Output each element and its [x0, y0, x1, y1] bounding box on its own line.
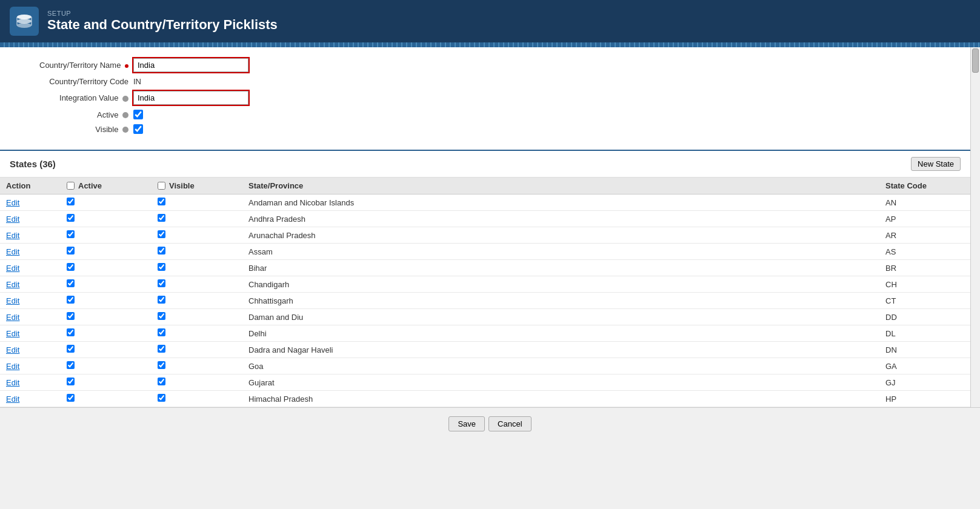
save-button[interactable]: Save — [448, 416, 485, 431]
svg-point-1 — [17, 19, 32, 24]
row-visible-checkbox[interactable] — [158, 378, 165, 385]
cell-visible — [152, 358, 242, 374]
states-tbody: Edit Andaman and Nicobar Islands AN Edit… — [0, 195, 970, 407]
row-visible-checkbox[interactable] — [158, 247, 165, 254]
cell-visible — [152, 244, 242, 260]
active-info-indicator — [122, 112, 128, 118]
cell-action: Edit — [0, 276, 61, 293]
app-title-block: SETUP State and Country/Territory Pickli… — [47, 10, 278, 33]
cell-active — [61, 227, 152, 244]
row-active-checkbox[interactable] — [67, 312, 75, 320]
states-title: States (36) — [10, 159, 56, 169]
cell-state-code: GJ — [879, 374, 970, 391]
row-visible-checkbox[interactable] — [158, 296, 165, 304]
required-indicator — [125, 64, 128, 68]
scrollbar-thumb[interactable] — [972, 48, 979, 73]
form-section: Country/Territory Name Country/Territory… — [0, 47, 970, 151]
page-title: State and Country/Territory Picklists — [47, 17, 278, 33]
edit-link[interactable]: Edit — [6, 247, 19, 256]
th-active-checkbox[interactable] — [67, 182, 75, 190]
row-visible-checkbox[interactable] — [158, 263, 165, 271]
row-visible-checkbox[interactable] — [158, 214, 165, 222]
edit-link[interactable]: Edit — [6, 345, 19, 354]
row-visible-checkbox[interactable] — [158, 345, 165, 353]
cell-visible — [152, 293, 242, 309]
row-visible-checkbox[interactable] — [158, 361, 165, 369]
blue-strip — [0, 42, 980, 47]
cell-action: Edit — [0, 293, 61, 309]
cell-active — [61, 293, 152, 309]
integration-value-input[interactable] — [133, 91, 248, 105]
row-visible-checkbox[interactable] — [158, 279, 165, 287]
cell-state-code: CH — [879, 276, 970, 293]
footer-buttons: Save Cancel — [0, 407, 980, 440]
new-state-button[interactable]: New State — [911, 157, 961, 171]
edit-link[interactable]: Edit — [6, 215, 19, 224]
edit-link[interactable]: Edit — [6, 378, 19, 387]
row-active-checkbox[interactable] — [67, 247, 75, 254]
cell-action: Edit — [0, 227, 61, 244]
row-active-checkbox[interactable] — [67, 214, 75, 222]
cell-active — [61, 358, 152, 374]
cell-visible — [152, 342, 242, 358]
cell-active — [61, 260, 152, 276]
cell-visible — [152, 391, 242, 407]
edit-link[interactable]: Edit — [6, 198, 19, 207]
th-visible-checkbox[interactable] — [158, 182, 165, 190]
cell-state-name: Delhi — [242, 325, 879, 342]
edit-link[interactable]: Edit — [6, 280, 19, 289]
edit-link[interactable]: Edit — [6, 394, 19, 404]
info-indicator — [122, 96, 128, 102]
cell-active — [61, 325, 152, 342]
cell-action: Edit — [0, 374, 61, 391]
row-active-checkbox[interactable] — [67, 296, 75, 304]
row-active-checkbox[interactable] — [67, 328, 75, 336]
row-active-checkbox[interactable] — [67, 361, 75, 369]
table-row: Edit Delhi DL — [0, 325, 970, 342]
row-active-checkbox[interactable] — [67, 279, 75, 287]
states-table-wrapper[interactable]: Action Active V — [0, 178, 970, 407]
cell-action: Edit — [0, 391, 61, 407]
cancel-button[interactable]: Cancel — [488, 416, 531, 431]
cell-state-code: AS — [879, 244, 970, 260]
row-visible-checkbox[interactable] — [158, 312, 165, 320]
th-action: Action — [0, 178, 61, 195]
edit-link[interactable]: Edit — [6, 264, 19, 273]
cell-visible — [152, 309, 242, 325]
cell-state-code: CT — [879, 293, 970, 309]
row-active-checkbox[interactable] — [67, 394, 75, 402]
right-scrollbar[interactable] — [970, 47, 980, 407]
cell-state-name: Arunachal Pradesh — [242, 227, 879, 244]
cell-visible — [152, 227, 242, 244]
active-checkbox[interactable] — [133, 110, 143, 119]
active-row: Active — [12, 110, 958, 119]
visible-checkbox[interactable] — [133, 124, 143, 134]
table-row: Edit Assam AS — [0, 244, 970, 260]
th-state-province: State/Province — [242, 178, 879, 195]
page-wrapper: Country/Territory Name Country/Territory… — [0, 47, 980, 407]
row-visible-checkbox[interactable] — [158, 328, 165, 336]
edit-link[interactable]: Edit — [6, 313, 19, 322]
row-active-checkbox[interactable] — [67, 378, 75, 385]
table-row: Edit Andhra Pradesh AP — [0, 211, 970, 227]
row-visible-checkbox[interactable] — [158, 394, 165, 402]
th-active: Active — [61, 178, 152, 195]
row-active-checkbox[interactable] — [67, 198, 75, 205]
cell-state-code: AR — [879, 227, 970, 244]
row-visible-checkbox[interactable] — [158, 230, 165, 238]
edit-link[interactable]: Edit — [6, 329, 19, 338]
cell-active — [61, 309, 152, 325]
integration-value-row: Integration Value — [12, 91, 958, 105]
edit-link[interactable]: Edit — [6, 362, 19, 371]
row-active-checkbox[interactable] — [67, 230, 75, 238]
row-visible-checkbox[interactable] — [158, 198, 165, 205]
row-active-checkbox[interactable] — [67, 345, 75, 353]
cell-state-name: Bihar — [242, 260, 879, 276]
cell-state-code: HP — [879, 391, 970, 407]
edit-link[interactable]: Edit — [6, 296, 19, 305]
country-code-value: IN — [133, 77, 141, 86]
country-name-input[interactable] — [133, 58, 248, 72]
row-active-checkbox[interactable] — [67, 263, 75, 271]
edit-link[interactable]: Edit — [6, 231, 19, 240]
cell-action: Edit — [0, 244, 61, 260]
